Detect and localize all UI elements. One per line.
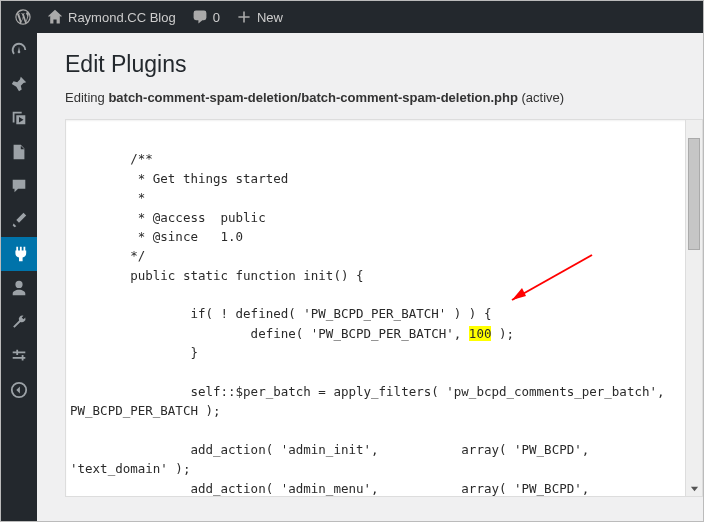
comment-icon [192,9,208,25]
scrollbar[interactable] [685,120,702,496]
sidebar-item-media[interactable] [1,101,37,135]
sidebar-collapse[interactable] [1,373,37,407]
svg-line-1 [512,255,592,300]
sidebar-item-comments[interactable] [1,169,37,203]
gauge-icon [10,41,28,59]
highlighted-value: 100 [469,326,492,341]
editing-subtitle: Editing batch-comment-spam-deletion/batc… [65,90,703,105]
wp-logo-menu[interactable] [7,1,39,33]
svg-marker-2 [512,288,526,300]
content-area: Edit Plugins Editing batch-comment-spam-… [37,33,703,521]
brush-icon [10,211,28,229]
sidebar-item-users[interactable] [1,271,37,305]
admin-topbar: Raymond.CC Blog 0 New [1,1,703,33]
page-title: Edit Plugins [65,51,703,78]
sliders-icon [10,347,28,365]
wordpress-icon [15,9,31,25]
comments-link[interactable]: 0 [184,1,228,33]
comment-icon [10,177,28,195]
code-editor[interactable]: /** * Get things started * * @access pub… [65,119,703,497]
sidebar-item-tools[interactable] [1,305,37,339]
sidebar-item-plugins[interactable] [1,237,37,271]
site-name-text: Raymond.CC Blog [68,10,176,25]
plug-icon [10,245,28,263]
collapse-icon [10,381,28,399]
admin-sidebar [1,33,37,521]
sidebar-item-posts[interactable] [1,67,37,101]
pin-icon [10,75,28,93]
site-name-link[interactable]: Raymond.CC Blog [39,1,184,33]
sidebar-item-pages[interactable] [1,135,37,169]
comments-count: 0 [213,10,220,25]
new-content-link[interactable]: New [228,1,291,33]
new-label: New [257,10,283,25]
media-icon [10,109,28,127]
sidebar-item-dashboard[interactable] [1,33,37,67]
scroll-down-icon[interactable] [686,480,702,496]
plus-icon [236,9,252,25]
scroll-thumb[interactable] [688,138,700,250]
user-icon [10,279,28,297]
pages-icon [10,143,28,161]
home-icon [47,9,63,25]
sidebar-item-appearance[interactable] [1,203,37,237]
annotation-arrow [502,250,602,310]
wrench-icon [10,313,28,331]
sidebar-item-settings[interactable] [1,339,37,373]
file-path: batch-comment-spam-deletion/batch-commen… [108,90,518,105]
